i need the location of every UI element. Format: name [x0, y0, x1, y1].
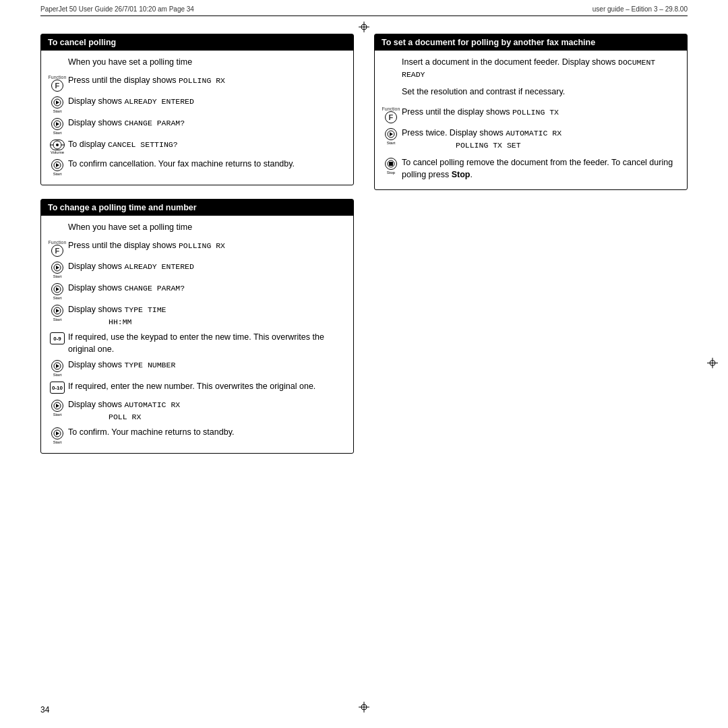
cancel-step-4-icon: Start [47, 117, 68, 135]
set-step-1: Insert a document in the document feeder… [380, 56, 680, 80]
cancel-step-6: Start To confirm cancellation. Your fax … [47, 158, 346, 176]
cancel-polling-section: To cancel polling When you have set a po… [40, 34, 354, 185]
change-polling-title: To change a polling time and number [41, 200, 353, 216]
header-bar: PaperJet 50 User Guide 26/7/01 10:20 am … [40, 5, 688, 16]
start-icon-10: Start [385, 128, 397, 145]
change-step-7: Start Display shows TYPE NUMBER [47, 359, 346, 377]
svg-marker-28 [389, 162, 393, 166]
cancel-step-6-icon: Start [47, 158, 68, 176]
cancel-step-1: When you have set a polling time [47, 56, 346, 71]
start-icon-3: Start [51, 159, 63, 176]
keypad-010-icon: 0-10 [50, 382, 65, 394]
cancel-step-2-text: Press until the display shows POLLING RX [68, 74, 346, 87]
header-right: user guide – Edition 3 – 29.8.00 [593, 5, 688, 13]
cancel-step-4-text: Display shows CHANGE PARAM? [68, 117, 346, 129]
stop-icon: Stop [385, 158, 397, 175]
svg-marker-18 [56, 309, 59, 313]
top-crosshair [359, 22, 369, 34]
start-icon: Start [51, 96, 63, 113]
cancel-step-3-text: Display shows ALREADY ENTERED [68, 95, 346, 108]
set-step-5: Stop To cancel polling remove the docume… [380, 156, 680, 181]
cancel-polling-instructions: When you have set a polling time Functio… [41, 51, 353, 185]
change-step-9: Start Display shows AUTOMATIC RX POLL RX [47, 398, 346, 423]
cancel-polling-title: To cancel polling [41, 34, 353, 51]
svg-marker-22 [56, 404, 59, 408]
page-container: PaperJet 50 User Guide 26/7/01 10:20 am … [0, 0, 728, 728]
set-document-title: To set a document for polling by another… [375, 34, 687, 51]
volume-icon: Volume [50, 140, 65, 154]
cancel-step-5: Volume To display CANCEL SETTING? [47, 138, 346, 154]
start-icon-8: Start [51, 400, 63, 417]
header-left: PaperJet 50 User Guide 26/7/01 10:20 am … [40, 5, 194, 13]
keypad-09-icon: 0-9 [50, 332, 65, 344]
change-step-5: Start Display shows TYPE TIME HH:MM [47, 303, 346, 328]
bottom-crosshair [359, 702, 369, 715]
function-icon-3: Function F [382, 107, 400, 123]
change-step-2: Function F Press until the display shows… [47, 239, 346, 257]
svg-marker-24 [56, 431, 59, 435]
cancel-step-1-icon-cell [47, 56, 68, 57]
cancel-step-6-text: To confirm cancellation. Your fax machin… [68, 158, 346, 171]
change-step-2-icon: Function F [47, 239, 68, 257]
main-content: To cancel polling When you have set a po… [40, 34, 688, 688]
change-polling-section: To change a polling time and number When… [40, 199, 354, 454]
cancel-step-4: Start Display shows CHANGE PARAM? [47, 117, 346, 135]
page-number: 34 [40, 705, 49, 715]
right-column: To set a document for polling by another… [374, 34, 688, 571]
start-icon-6: Start [51, 305, 63, 322]
right-crosshair [707, 358, 718, 371]
set-step-2: Set the resolution and contrast if neces… [380, 86, 680, 100]
left-column: To cancel polling When you have set a po… [40, 34, 354, 571]
svg-marker-12 [56, 163, 59, 167]
cancel-step-3: Start Display shows ALREADY ENTERED [47, 95, 346, 113]
cancel-step-2-icon: Function F [47, 74, 68, 92]
svg-marker-14 [56, 266, 59, 270]
svg-marker-16 [56, 287, 59, 291]
start-icon-4: Start [51, 262, 63, 278]
change-step-8: 0-10 If required, enter the new number. … [47, 380, 346, 395]
svg-marker-6 [56, 122, 59, 126]
start-icon-9: Start [51, 427, 63, 444]
function-icon-2: Function F [49, 241, 67, 257]
svg-marker-4 [56, 100, 59, 104]
cancel-step-1-text: When you have set a polling time [68, 56, 346, 69]
start-icon-5: Start [51, 283, 63, 300]
change-polling-instructions: When you have set a polling time Functio… [41, 216, 353, 453]
set-document-instructions: Insert a document in the document feeder… [375, 51, 687, 189]
svg-marker-20 [56, 364, 59, 368]
change-step-4: Start Display shows CHANGE PARAM? [47, 282, 346, 300]
change-step-3: Start Display shows ALREADY ENTERED [47, 260, 346, 278]
start-icon-2: Start [51, 118, 63, 135]
svg-point-8 [56, 144, 59, 146]
cancel-step-5-text: To display CANCEL SETTING? [68, 138, 346, 151]
cancel-step-3-icon: Start [47, 95, 68, 113]
change-step-10: Start To confirm. Your machine returns t… [47, 426, 346, 444]
start-icon-7: Start [51, 360, 63, 377]
set-step-3: Function F Press until the display shows… [380, 106, 680, 123]
change-step-1: When you have set a polling time [47, 221, 346, 236]
svg-marker-26 [390, 132, 393, 136]
set-document-section: To set a document for polling by another… [374, 34, 688, 190]
set-step-4: Start Press twice. Display shows AUTOMAT… [380, 127, 680, 151]
function-icon: Function F [49, 75, 67, 92]
cancel-step-5-icon: Volume [47, 138, 68, 154]
change-step-6: 0-9 If required, use the keypad to enter… [47, 331, 346, 355]
cancel-step-2: Function F Press until the display shows… [47, 74, 346, 92]
